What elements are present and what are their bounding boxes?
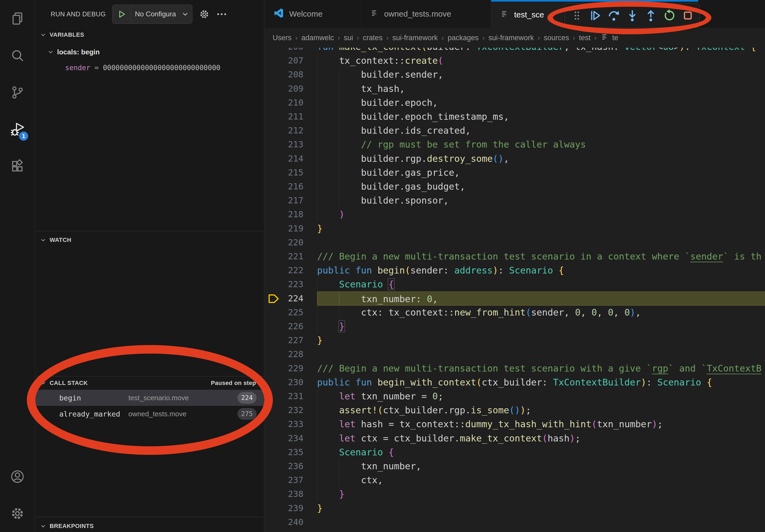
stack-frame[interactable]: already_markedowned_tests.move275 [35,406,264,422]
line-number[interactable]: 228 [265,347,304,361]
code-line[interactable]: 227} [265,333,765,348]
line-number[interactable]: 220 [265,235,304,250]
stack-frame[interactable]: begintest_scenario.move224 [35,390,264,406]
code-line[interactable]: 236txn_number, [265,459,765,473]
line-number[interactable]: 211 [265,110,304,124]
debug-config-dropdown[interactable]: No Configura [112,5,193,24]
code-line[interactable]: 233let hash = tx_context::dummy_tx_hash_… [265,417,765,431]
breadcrumb-item[interactable]: crates [363,34,383,42]
call-stack-header[interactable]: CALL STACK Paused on step [35,377,264,390]
more-actions-icon[interactable] [216,9,227,20]
line-number[interactable]: 232 [265,403,304,417]
continue-button[interactable] [587,8,603,23]
search-icon[interactable] [0,37,35,74]
line-number[interactable]: 237 [265,473,304,487]
line-number[interactable]: 229 [265,361,304,376]
line-number[interactable]: 240 [265,515,304,529]
line-number[interactable]: 233 [265,417,304,431]
watch-header[interactable]: WATCH [35,233,264,247]
breadcrumb-item[interactable]: sources [543,34,569,42]
line-number[interactable]: 208 [265,68,304,82]
code-line[interactable]: 226} [265,319,765,334]
step-into-button[interactable] [624,8,640,23]
code-line[interactable]: 219} [265,221,765,236]
code-line[interactable]: 223Scenario { [265,277,765,291]
line-number[interactable]: 231 [265,389,304,403]
code-line[interactable]: 235Scenario { [265,445,765,459]
breadcrumb-item[interactable]: adamwelc [301,34,334,42]
line-number[interactable]: 207 [265,54,304,68]
line-number[interactable]: 210 [265,96,304,110]
line-number[interactable]: 206 [265,48,304,54]
code-line[interactable]: 232assert!(ctx_builder.rgp.is_some()); [265,403,765,417]
settings-icon[interactable] [0,495,35,532]
code-line[interactable]: 211builder.epoch_timestamp_ms, [265,110,765,124]
code-line[interactable]: 234let ctx = ctx_builder.make_tx_context… [265,431,765,445]
code-line[interactable]: 225ctx: tx_context::new_from_hint(sender… [265,305,765,320]
breadcrumb-file[interactable]: te [600,32,618,43]
tab-welcome[interactable]: Welcome [265,0,361,28]
code-line[interactable]: 212builder.ids_created, [265,124,765,138]
stop-button[interactable] [680,8,696,23]
line-number[interactable]: 221 [265,249,304,264]
line-number[interactable]: 212 [265,124,304,138]
start-debug-icon[interactable] [112,5,131,24]
source-control-icon[interactable] [0,74,35,111]
code-line[interactable]: 228 [265,347,765,361]
breadcrumb-item[interactable]: sui-framework [488,34,534,42]
code-line[interactable]: 240 [265,515,765,529]
line-number[interactable]: 227 [265,333,304,348]
line-number[interactable]: 219 [265,221,304,236]
code-line[interactable]: 231let txn_number = 0; [265,389,765,403]
code-line[interactable]: 210builder.epoch, [265,96,765,110]
code-line[interactable]: 241/// Creates and shares system objects… [265,529,765,532]
line-number[interactable]: 230 [265,375,304,390]
restart-button[interactable] [661,8,677,23]
code-line[interactable]: 238} [265,487,765,501]
code-line[interactable]: 237ctx, [265,473,765,487]
line-number[interactable]: 209 [265,82,304,96]
line-number[interactable]: 214 [265,151,304,166]
line-number[interactable]: 216 [265,179,304,194]
breadcrumb-item[interactable]: sui [344,34,353,42]
code-line[interactable]: 239} [265,501,765,515]
line-number[interactable]: 239 [265,501,304,515]
breadcrumb[interactable]: Users›adamwelc›sui›crates›sui-framework›… [265,28,765,48]
line-number[interactable]: 213 [265,137,304,151]
breadcrumb-item[interactable]: packages [447,34,479,42]
code-line[interactable]: 215builder.gas_price, [265,165,765,180]
line-number[interactable]: 223 [265,277,304,291]
step-out-button[interactable] [643,8,659,23]
code-line[interactable]: 221/// Begin a new multi-transaction tes… [265,249,765,264]
line-number[interactable]: 236 [265,459,304,473]
line-number[interactable]: 235 [265,445,304,459]
line-number[interactable]: 226 [265,319,304,334]
code-line[interactable]: 229/// Begin a new multi-transaction tes… [265,361,765,376]
line-number[interactable]: 234 [265,431,304,445]
code-line[interactable]: 222public fun begin(sender: address): Sc… [265,263,765,278]
line-number[interactable]: 241 [265,529,304,532]
code-line[interactable]: 206fun make_tx_context(builder: TxContex… [265,48,765,54]
line-number[interactable]: 238 [265,487,304,501]
breadcrumb-item[interactable]: test [579,34,591,42]
code-line[interactable]: 214builder.rgp.destroy_some(), [265,151,765,166]
line-number[interactable]: 222 [265,263,304,278]
code-line[interactable]: 209tx_hash, [265,82,765,96]
code-line[interactable]: 208builder.sender, [265,68,765,82]
breakpoints-header[interactable]: BREAKPOINTS [35,519,264,532]
code-line[interactable]: 217builder.sponsor, [265,193,765,208]
tab-owned-tests-move[interactable]: owned_tests.move [361,0,491,28]
code-line[interactable]: 216builder.gas_budget, [265,179,765,194]
line-number[interactable]: 218 [265,207,304,221]
variable-row[interactable]: sender = 0000000000000000000000000000000… [35,60,264,75]
code-line[interactable]: 230public fun begin_with_context(ctx_bui… [265,375,765,390]
code-editor[interactable]: 206fun make_tx_context(builder: TxContex… [265,48,765,532]
step-over-button[interactable] [606,8,622,23]
breadcrumb-item[interactable]: sui-framework [392,34,438,42]
line-number[interactable]: 217 [265,193,304,208]
breadcrumb-item[interactable]: Users [273,34,292,42]
account-icon[interactable] [0,458,35,495]
run-and-debug-icon[interactable]: 1 [0,111,35,148]
extensions-icon[interactable] [0,148,35,185]
code-line[interactable]: 220 [265,235,765,250]
